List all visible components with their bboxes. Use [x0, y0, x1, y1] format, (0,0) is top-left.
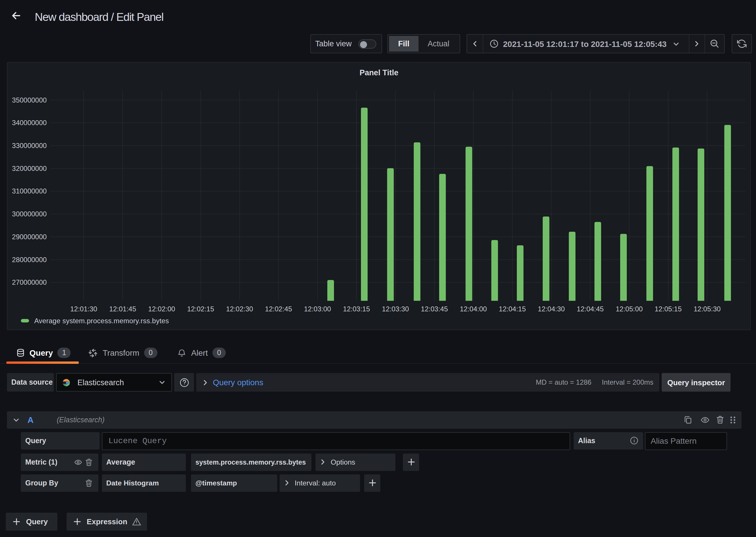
svg-text:12:04:30: 12:04:30	[538, 305, 564, 312]
svg-text:12:05:15: 12:05:15	[655, 305, 681, 312]
svg-text:12:03:00: 12:03:00	[304, 305, 330, 312]
svg-text:310000000: 310000000	[12, 187, 46, 195]
svg-text:12:02:15: 12:02:15	[187, 305, 213, 312]
svg-text:330000000: 330000000	[12, 141, 46, 149]
svg-text:290000000: 290000000	[12, 232, 46, 240]
svg-text:12:02:00: 12:02:00	[148, 305, 175, 312]
svg-text:12:03:15: 12:03:15	[343, 305, 370, 312]
svg-text:Panel Title: Panel Title	[359, 68, 398, 77]
svg-text:350000000: 350000000	[12, 96, 46, 104]
svg-text:Average system.process.memory.: Average system.process.memory.rss.bytes	[34, 316, 169, 324]
svg-text:12:02:30: 12:02:30	[226, 305, 253, 312]
svg-text:270000000: 270000000	[12, 278, 46, 286]
svg-text:300000000: 300000000	[12, 210, 46, 218]
svg-text:12:03:30: 12:03:30	[382, 305, 409, 312]
svg-text:12:01:30: 12:01:30	[70, 305, 97, 312]
svg-text:12:04:15: 12:04:15	[498, 305, 525, 312]
svg-text:12:05:30: 12:05:30	[693, 305, 720, 312]
svg-text:340000000: 340000000	[12, 119, 46, 127]
svg-text:12:01:45: 12:01:45	[109, 305, 136, 312]
svg-text:12:05:00: 12:05:00	[615, 305, 642, 312]
svg-text:320000000: 320000000	[12, 164, 46, 172]
svg-text:12:02:45: 12:02:45	[265, 305, 292, 312]
svg-text:12:04:45: 12:04:45	[577, 305, 603, 312]
svg-text:12:04:00: 12:04:00	[460, 305, 486, 312]
svg-text:12:03:45: 12:03:45	[421, 305, 447, 312]
svg-text:280000000: 280000000	[12, 256, 46, 263]
